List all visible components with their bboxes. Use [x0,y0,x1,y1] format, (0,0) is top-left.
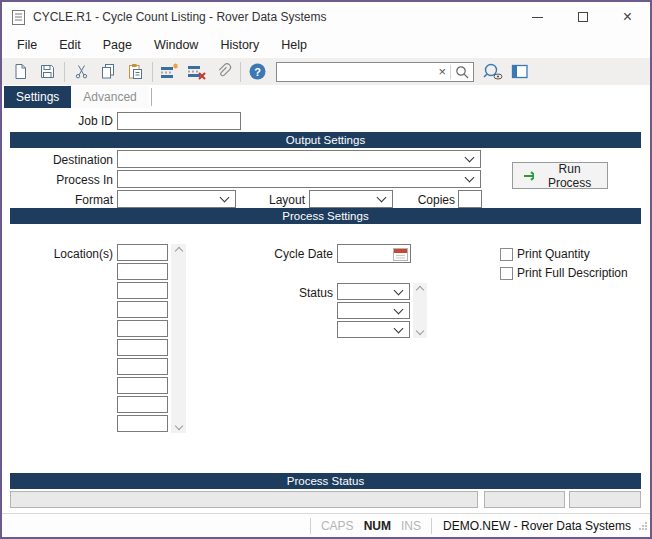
toolbar-search: × [276,62,474,82]
main-content: Job ID Output Settings Destination Proce… [2,108,650,513]
cut-icon[interactable] [68,60,95,84]
job-id-input[interactable] [117,112,241,130]
status-select-list [337,283,410,340]
resize-grip[interactable] [637,520,648,531]
process-settings-header: Process Settings [10,208,641,224]
toolbar-separator [240,62,241,82]
find-preview-icon[interactable] [479,60,506,84]
cycle-date-input[interactable] [337,244,411,263]
scroll-up-icon[interactable] [416,286,424,294]
connection-status: DEMO.NEW - Rover Data Systems [437,519,637,533]
menu-history[interactable]: History [209,34,270,56]
window-controls: × [515,2,650,32]
destination-select[interactable] [117,150,481,168]
insert-indicator: INS [396,519,426,533]
job-id-label: Job ID [2,114,113,128]
tab-bar: Settings Advanced [2,85,650,108]
location-input[interactable] [117,244,168,261]
search-clear-icon[interactable]: × [434,64,450,79]
location-input[interactable] [117,320,168,337]
add-record-icon[interactable] [156,60,183,84]
status-select[interactable] [337,283,410,300]
num-lock-indicator: NUM [359,519,396,533]
svg-text:?: ? [254,66,261,78]
format-label: Format [2,193,113,207]
window-title: CYCLE.R1 - Cycle Count Listing - Rover D… [33,10,326,24]
status-label: Status [242,286,333,300]
process-status-field-2 [484,491,565,508]
process-status-field-3 [569,491,641,508]
toolbar: ? × [2,58,650,85]
status-select[interactable] [337,321,410,338]
copy-icon[interactable] [95,60,122,84]
menu-bar: File Edit Page Window History Help [2,32,650,58]
tab-advanced[interactable]: Advanced [71,86,148,108]
close-button[interactable]: × [605,2,650,32]
maximize-button[interactable] [560,2,605,32]
destination-label: Destination [2,153,113,167]
location-input[interactable] [117,282,168,299]
save-icon[interactable] [34,60,61,84]
process-status-message-field [10,491,478,508]
location-input-list [117,244,168,434]
copies-input[interactable] [458,190,482,208]
format-select[interactable] [117,190,236,208]
status-bar: CAPS NUM INS DEMO.NEW - Rover Data Syste… [2,513,650,537]
locations-scrollbar[interactable] [171,244,186,433]
menu-help[interactable]: Help [270,34,318,56]
attachment-icon[interactable] [210,60,237,84]
copies-label: Copies [397,193,455,207]
scroll-down-icon[interactable] [174,422,182,430]
app-window: CYCLE.R1 - Cycle Count Listing - Rover D… [0,0,652,539]
menu-window[interactable]: Window [143,34,209,56]
title-bar: CYCLE.R1 - Cycle Count Listing - Rover D… [2,2,650,32]
toolbar-separator [152,62,153,82]
toolbar-separator [64,62,65,82]
status-select[interactable] [337,302,410,319]
locations-label: Location(s) [2,247,113,261]
location-input[interactable] [117,377,168,394]
new-document-icon[interactable] [7,60,34,84]
minimize-button[interactable] [515,2,560,32]
output-settings-header: Output Settings [10,132,641,148]
scroll-up-icon[interactable] [174,247,182,255]
location-input[interactable] [117,415,168,432]
tab-settings[interactable]: Settings [4,86,71,108]
caps-lock-indicator: CAPS [316,519,359,533]
search-magnifier-icon[interactable] [451,65,473,79]
delete-record-icon[interactable] [183,60,210,84]
print-full-description-label: Print Full Description [517,266,628,280]
status-scrollbar[interactable] [413,283,427,338]
menu-page[interactable]: Page [92,34,143,56]
location-input[interactable] [117,301,168,318]
menu-file[interactable]: File [6,34,48,56]
layout-label: Layout [242,193,305,207]
location-input[interactable] [117,263,168,280]
search-input[interactable] [277,63,434,81]
menu-edit[interactable]: Edit [48,34,92,56]
cycle-date-label: Cycle Date [242,247,333,261]
help-icon[interactable]: ? [244,60,271,84]
location-input[interactable] [117,339,168,356]
layout-select[interactable] [309,190,393,208]
layout-panels-icon[interactable] [506,60,533,84]
print-quantity-row: Print Quantity [500,247,590,261]
print-full-description-checkbox[interactable] [500,267,513,280]
scroll-down-icon[interactable] [416,327,424,335]
print-quantity-label: Print Quantity [517,247,590,261]
app-icon [12,10,25,25]
process-in-label: Process In [2,173,113,187]
location-input[interactable] [117,396,168,413]
process-in-select[interactable] [117,170,481,188]
print-full-description-row: Print Full Description [500,266,628,280]
process-status-header: Process Status [10,473,641,489]
location-input[interactable] [117,358,168,375]
run-arrow-icon [523,170,534,182]
print-quantity-checkbox[interactable] [500,248,513,261]
paste-icon[interactable] [122,60,149,84]
run-process-button[interactable]: Run Process [512,162,608,189]
calendar-icon[interactable] [393,247,408,261]
